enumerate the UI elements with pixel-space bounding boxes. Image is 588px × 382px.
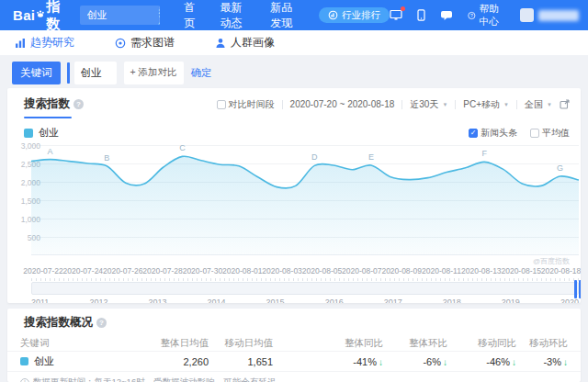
watermark: @百度指数 bbox=[533, 257, 570, 265]
index-overview-card: 搜索指数概况 ? 关键词 整体日均值 移动日均值 整体同比 整体环比 移动同比 … bbox=[7, 309, 581, 382]
table-row[interactable]: 创业 2,260 1,651 -41%↓ -6%↓ -46%↓ -3%↓ bbox=[7, 351, 581, 372]
checkbox-checked-icon: ✓ bbox=[469, 129, 478, 138]
keyword-input[interactable] bbox=[74, 62, 117, 84]
year-label: 2015 bbox=[266, 298, 285, 303]
industry-ranking-button[interactable]: 行业排行 bbox=[319, 7, 390, 23]
year-label: 2011 bbox=[31, 298, 49, 303]
add-compare-button[interactable]: + 添加对比 bbox=[124, 62, 184, 84]
compare-period-checkbox[interactable]: 对比时间段 bbox=[217, 98, 275, 111]
tab-demand-graph[interactable]: 需求图谱 bbox=[115, 35, 175, 51]
x-axis-labels: 2020-07-222020-07-242020-07-262020-07-28… bbox=[31, 265, 579, 276]
mobile-yoy: -46%↓ bbox=[447, 356, 516, 367]
region-dropdown[interactable]: 全国▼ bbox=[525, 98, 552, 111]
checkbox-icon bbox=[217, 100, 226, 109]
checkbox-icon bbox=[530, 129, 539, 138]
svg-text:E: E bbox=[368, 152, 374, 162]
svg-text:?: ? bbox=[470, 12, 473, 17]
overall-yoy: -41%↓ bbox=[273, 356, 383, 367]
news-headlines-checkbox[interactable]: ✓ 新闻头条 bbox=[469, 127, 517, 140]
data-update-note: ! 数据更新时间：每天12~16时，受数据波动影响，可能会有延迟。 bbox=[7, 372, 581, 382]
search-input[interactable] bbox=[80, 6, 159, 25]
svg-text:A: A bbox=[48, 147, 53, 156]
export-icon[interactable] bbox=[560, 99, 570, 109]
year-label: 2013 bbox=[148, 298, 166, 303]
axis-ticks bbox=[31, 278, 579, 281]
help-center-link[interactable]: ? 帮助中心 bbox=[468, 3, 507, 28]
user-name-blurred bbox=[538, 10, 579, 21]
overall-daily-avg: 2,260 bbox=[130, 356, 209, 367]
mobile-qoq: -3%↓ bbox=[516, 356, 568, 367]
nav-new-products[interactable]: 新品发现 bbox=[270, 0, 299, 31]
keyword-swatch bbox=[20, 357, 28, 365]
top-navbar: Bai 指数 搜索 首页 最新动态 新品发现 行业排行 bbox=[0, 0, 588, 30]
section-tabs: 趋势研究 需求图谱 人群画像 bbox=[0, 30, 588, 55]
search-button[interactable]: 搜索 bbox=[159, 6, 161, 25]
search-index-card: 搜索指数 ? 对比时间段 2020-07-20 ~ 2020-08-18 近30… bbox=[7, 88, 581, 303]
tab-trend-research[interactable]: 趋势研究 bbox=[15, 35, 74, 51]
card-title: 搜索指数 ? bbox=[24, 96, 84, 112]
legend-swatch bbox=[24, 129, 33, 138]
help-icon: ? bbox=[468, 10, 476, 21]
average-value-checkbox[interactable]: 平均值 bbox=[530, 127, 570, 140]
year-label: 2019 bbox=[502, 298, 520, 303]
year-label: 2016 bbox=[325, 298, 344, 303]
confirm-button[interactable]: 确定 bbox=[191, 66, 212, 80]
baidu-paw-icon bbox=[36, 7, 45, 20]
radar-icon bbox=[115, 38, 126, 49]
svg-text:G: G bbox=[557, 163, 563, 173]
info-icon: ! bbox=[20, 378, 29, 382]
logo-suffix-text: 指数 bbox=[46, 0, 64, 33]
tab-audience-profile[interactable]: 人群画像 bbox=[215, 35, 275, 51]
avatar bbox=[520, 8, 534, 22]
series-legend[interactable]: 创业 bbox=[24, 126, 59, 140]
time-span-dropdown[interactable]: 近30天▼ bbox=[410, 98, 447, 111]
overview-title: 搜索指数概况 ? bbox=[24, 315, 107, 331]
year-label: 2017 bbox=[384, 298, 402, 303]
chevron-down-icon: ▼ bbox=[547, 102, 552, 107]
keyword-bar: 关键词 + 添加对比 确定 bbox=[0, 57, 588, 88]
date-range-picker[interactable]: 2020-07-20 ~ 2020-08-18 bbox=[290, 99, 395, 109]
user-account[interactable] bbox=[520, 8, 579, 22]
time-range-slider[interactable] bbox=[31, 282, 579, 295]
ranking-medal-icon bbox=[328, 10, 338, 20]
svg-text:F: F bbox=[481, 149, 487, 158]
down-arrow-icon: ↓ bbox=[563, 357, 568, 367]
trend-plot: ABCDEFG bbox=[31, 145, 579, 255]
bar-chart-icon bbox=[15, 38, 26, 49]
help-question-icon[interactable]: ? bbox=[96, 318, 107, 328]
year-labels: 2011201220132014201520162017201820192020 bbox=[31, 298, 579, 303]
notification-badge bbox=[401, 6, 405, 11]
chart-controls: 对比时间段 2020-07-20 ~ 2020-08-18 近30天▼ PC+移… bbox=[217, 98, 570, 111]
header-search: 搜索 bbox=[80, 6, 161, 25]
person-icon bbox=[215, 38, 226, 49]
help-question-icon[interactable]: ? bbox=[74, 99, 84, 109]
trend-chart[interactable]: 5001,0001,5002,0002,5003,000 ABCDEFG bbox=[31, 145, 579, 255]
year-label: 2018 bbox=[443, 298, 461, 303]
nav-latest-news[interactable]: 最新动态 bbox=[220, 0, 249, 31]
year-label: 2012 bbox=[89, 298, 107, 303]
mobile-daily-avg: 1,651 bbox=[209, 356, 273, 367]
slider-handle[interactable] bbox=[574, 280, 581, 298]
keyword-label-button[interactable]: 关键词 bbox=[12, 62, 61, 84]
keyword-cell: 创业 bbox=[20, 354, 130, 368]
top-nav-links: 首页 最新动态 新品发现 bbox=[184, 0, 299, 31]
svg-text:C: C bbox=[179, 145, 186, 152]
device-dropdown[interactable]: PC+移动▼ bbox=[463, 98, 509, 111]
baidu-index-logo[interactable]: Bai 指数 bbox=[13, 0, 65, 33]
table-header: 关键词 整体日均值 移动日均值 整体同比 整体环比 移动同比 移动环比 bbox=[7, 335, 581, 351]
mobile-app-icon[interactable] bbox=[417, 9, 425, 21]
overall-qoq: -6%↓ bbox=[383, 356, 447, 367]
desktop-notification-icon[interactable] bbox=[390, 9, 402, 21]
nav-home[interactable]: 首页 bbox=[184, 0, 198, 31]
chevron-down-icon: ▼ bbox=[442, 102, 447, 107]
keyword-color-bar bbox=[67, 62, 70, 84]
svg-text:D: D bbox=[311, 152, 318, 162]
chevron-down-icon: ▼ bbox=[503, 102, 509, 107]
svg-text:B: B bbox=[104, 153, 109, 163]
year-label: 2014 bbox=[208, 298, 226, 303]
message-icon[interactable] bbox=[440, 10, 453, 21]
logo-bai-text: Bai bbox=[13, 7, 35, 23]
